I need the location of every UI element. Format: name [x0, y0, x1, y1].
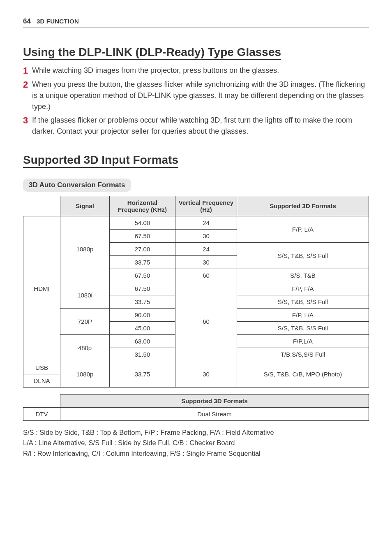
cell-format: F/P, L/A	[237, 216, 369, 242]
legend-line: S/S : Side by Side, T&B : Top & Bottom, …	[23, 427, 369, 438]
src-usb: USB	[23, 361, 60, 374]
step-item: 2 When you press the button, the glasses…	[23, 79, 369, 112]
cell-dtv-format: Dual Stream	[60, 407, 369, 420]
col-formats2: Supported 3D Formats	[60, 394, 369, 407]
dtv-table: Supported 3D Formats DTV Dual Stream	[23, 394, 369, 421]
cell-vfreq: 60	[175, 269, 237, 282]
steps-list: 1 While watching 3D images from the proj…	[23, 65, 369, 137]
sig-1080p: 1080p	[60, 216, 110, 282]
col-formats: Supported 3D Formats	[237, 196, 369, 216]
cell-format: S/S, T&B	[237, 269, 369, 282]
cell-vfreq: 24	[175, 216, 237, 229]
cell-format: F/P, L/A	[237, 308, 369, 321]
cell-format: F/P, F/A	[237, 282, 369, 295]
heading-glasses: Using the DLP-LINK (DLP-Ready) Type Glas…	[23, 46, 281, 60]
step-text: If the glasses flicker or problems occur…	[32, 115, 369, 137]
legend-block: S/S : Side by Side, T&B : Top & Bottom, …	[23, 427, 369, 459]
sig-480p: 480p	[60, 334, 110, 361]
cell-vfreq: 30	[175, 255, 237, 269]
cell-hfreq: 67.50	[110, 229, 175, 242]
src-hdmi: HDMI	[23, 216, 60, 361]
cell-hfreq: 90.00	[110, 308, 175, 321]
cell-format: S/S, T&B, S/S Full	[237, 321, 369, 334]
page-number: 64	[23, 17, 31, 26]
src-dlna: DLNA	[23, 374, 60, 387]
cell-hfreq: 33.75	[110, 361, 175, 387]
cell-hfreq: 27.00	[110, 242, 175, 255]
step-number: 3	[23, 115, 32, 126]
legend-line: L/A : Line Alternative, S/S Full : Side …	[23, 438, 369, 448]
step-item: 1 While watching 3D images from the proj…	[23, 65, 369, 77]
step-number: 2	[23, 79, 32, 91]
cell-hfreq: 67.50	[110, 282, 175, 295]
formats-table: Signal Horizontal Frequency (KHz) Vertic…	[23, 196, 369, 388]
section-name: 3D FUNCTION	[37, 18, 79, 25]
page-header: 64 3D FUNCTION	[23, 17, 369, 28]
col-vfreq: Vertical Frequency (Hz)	[175, 196, 237, 216]
sig-720p: 720P	[60, 308, 110, 334]
cell-hfreq: 33.75	[110, 255, 175, 269]
step-text: When you press the button, the glasses f…	[32, 79, 369, 112]
cell-vfreq: 30	[175, 229, 237, 242]
col-hfreq: Horizontal Frequency (KHz)	[110, 196, 175, 216]
cell-hfreq: 31.50	[110, 348, 175, 361]
cell-vfreq: 30	[175, 361, 237, 387]
cell-format: T/B,S/S,S/S Full	[237, 348, 369, 361]
step-number: 1	[23, 65, 32, 77]
cell-vfreq: 24	[175, 242, 237, 255]
cell-format: S/S, T&B, S/S Full	[237, 295, 369, 308]
subheading-auto-conversion: 3D Auto Conversion Formats	[23, 179, 131, 192]
src-dtv: DTV	[23, 407, 60, 420]
cell-format: S/S, T&B, S/S Full	[237, 242, 369, 269]
cell-hfreq: 54.00	[110, 216, 175, 229]
sig-1080p: 1080p	[60, 361, 110, 387]
heading-formats: Supported 3D Input Formats	[23, 153, 178, 168]
cell-hfreq: 67.50	[110, 269, 175, 282]
cell-format: F/P,L/A	[237, 334, 369, 348]
col-signal: Signal	[60, 196, 110, 216]
legend-line: R/I : Row Interleaving, C/I : Column Int…	[23, 448, 369, 459]
cell-hfreq: 63.00	[110, 334, 175, 348]
step-text: While watching 3D images from the projec…	[32, 65, 369, 76]
cell-hfreq: 33.75	[110, 295, 175, 308]
cell-hfreq: 45.00	[110, 321, 175, 334]
cell-format: S/S, T&B, C/B, MPO (Photo)	[237, 361, 369, 387]
cell-vfreq: 60	[175, 282, 237, 361]
step-item: 3 If the glasses flicker or problems occ…	[23, 115, 369, 137]
sig-1080i: 1080i	[60, 282, 110, 308]
